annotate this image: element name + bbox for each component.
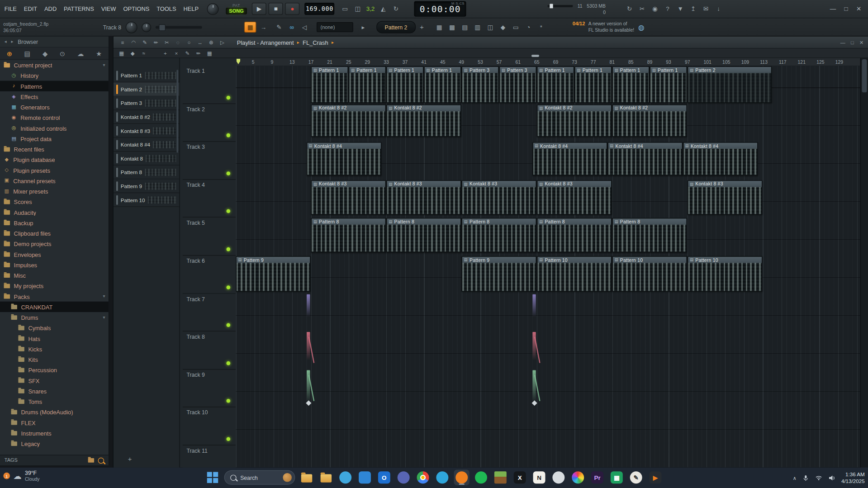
midi-activity-icon[interactable]: ◫ [352,4,363,14]
language-globe-icon[interactable]: ◍ [638,23,645,31]
add-pattern-button[interactable]: + [420,23,424,31]
browser-tab-cloud[interactable]: ☁ [77,49,84,57]
taskbar-minecraft[interactable] [493,470,508,485]
playlist-menu-icon[interactable]: ≡ [118,38,128,46]
taskbar-vscode[interactable] [357,470,372,485]
clip-audio[interactable] [532,332,541,364]
channel-rack-button[interactable]: ▤ [459,22,470,32]
vertical-scrollbar-thumb[interactable] [862,59,867,92]
render-icon[interactable]: ↥ [688,4,698,14]
taskbar-spotify[interactable] [473,470,489,485]
delete-icon[interactable]: ◌ [173,38,183,46]
picker-pattern-3[interactable]: Pattern 3 [114,96,180,110]
taskbar-clock[interactable]: 1:36 AM 4/13/2025 [841,471,865,484]
track-mute-led[interactable] [227,133,231,137]
playlist-close-button[interactable]: ✕ [859,39,863,45]
browser-item-packs[interactable]: Packs▾ [0,291,109,301]
clip-kontakt-8-3[interactable]: ▤Kontakt 8 #3 [386,180,461,215]
master-pitch-slider[interactable] [156,26,202,28]
browser-item-flex[interactable]: FLEX [0,417,109,427]
taskbar-color-wheel[interactable] [570,470,586,485]
browser-item-mixer-presets[interactable]: ▥Mixer presets [0,186,109,196]
tags-folder-icon[interactable] [88,458,94,463]
browser-item-instruments[interactable]: Instruments [0,428,109,438]
slip-icon[interactable]: ↔ [195,38,205,46]
taskbar-discord[interactable] [396,470,411,485]
taskbar-fl-studio[interactable] [454,470,470,485]
taskbar-media-app[interactable]: ▶ [648,470,663,485]
track-mute-led[interactable] [227,209,231,213]
wifi-icon[interactable] [815,474,822,481]
browser-toggle-button[interactable]: ◫ [485,22,496,32]
shift-slider[interactable] [548,5,573,7]
taskbar-search[interactable]: Search [224,470,295,485]
metronome-icon[interactable]: ◭ [378,4,389,14]
taskbar-outlook[interactable]: O [376,470,392,485]
menu-edit[interactable]: EDIT [24,5,37,12]
browser-item-history[interactable]: ◷History [0,70,109,81]
clip-pattern-8[interactable]: ▤Pattern 8 [462,218,536,252]
maximize-button[interactable]: □ [844,5,848,12]
mic-tray-icon[interactable] [802,474,809,482]
browser-back-icon[interactable]: ◂ [5,39,7,44]
track-header-11[interactable]: Track 11 [183,445,236,468]
playlist-button[interactable]: ▦ [434,22,445,32]
taskbar-github[interactable] [551,470,566,485]
browser-forward-icon[interactable]: ▸ [11,39,13,44]
playlist-grid[interactable]: ▤Pattern 1▤Pattern 1▤Pattern 1▤Pattern 1… [236,66,861,468]
picker-pattern-8[interactable]: Pattern 8 [114,166,180,180]
picker-pattern-9[interactable]: Pattern 9 [114,179,180,193]
browser-search-icon[interactable] [98,457,104,463]
track-header-8[interactable]: Track 8 [183,332,236,370]
track-header-10[interactable]: Track 10 [183,407,236,445]
browser-item-drums[interactable]: Drums▾ [0,312,109,322]
track-header-2[interactable]: Track 2 [183,104,236,142]
browser-item-envelopes[interactable]: Envelopes [0,249,109,260]
picker-add-button[interactable]: + [128,455,132,463]
tempo-display[interactable]: 169.000 [304,3,334,15]
playhead-marker[interactable] [237,59,241,64]
track-header-9[interactable]: Track 9 [183,370,236,407]
save-icon[interactable]: ▼ [675,4,686,14]
clip-kontakt-8-4[interactable]: ▤Kontakt 8 #4 [683,142,758,175]
picker-kontakt-8-4[interactable]: Kontakt 8 #4 [114,138,180,152]
clip-kontakt-8-4[interactable]: ▤Kontakt 8 #4 [306,142,381,175]
browser-item-drums-modeaudio[interactable]: Drums (ModeAudio) [0,407,109,417]
picker-pattern-10[interactable]: Pattern 10 [114,193,180,207]
picker-pattern-2[interactable]: Pattern 2 [114,82,180,96]
playback-icon[interactable]: ▷ [218,38,227,46]
clip-kontakt-8-2[interactable]: ▤Kontakt 8 #2 [311,104,386,137]
track-mute-led[interactable] [227,323,231,327]
clip-pattern-10[interactable]: ▤Pattern 10 [612,256,687,291]
browser-item-plugin-presets[interactable]: ◇Plugin presets [0,165,109,175]
browser-item-recent-files[interactable]: Recent files [0,144,109,154]
playlist-title[interactable]: Playlist - Arrangement [237,39,294,46]
browser-item-cymbals[interactable]: Cymbals [0,322,109,333]
zoom-icon[interactable]: ⊕ [206,38,216,46]
browser-tab-favorites[interactable]: ★ [96,49,102,57]
track-header-6[interactable]: Track 6 [183,256,236,294]
browser-item-remote-control[interactable]: ◉Remote control [0,112,109,123]
mute-icon[interactable]: ○ [185,38,194,46]
browser-item-hats[interactable]: Hats [0,333,109,343]
vertical-scrollbar[interactable] [860,58,868,467]
picker-scrollbar[interactable] [176,70,178,153]
clip-audio[interactable] [532,370,541,407]
clip-kontakt-8-3[interactable]: ▤Kontakt 8 #3 [311,180,386,215]
mixer-button[interactable]: ▥ [472,22,483,32]
browser-item-plugin-database[interactable]: ◆Plugin database [0,154,109,165]
clip-pattern-1[interactable]: ▤Pattern 1 [612,66,650,103]
clip-pattern-10[interactable]: ▤Pattern 10 [537,256,612,291]
clip-kontakt-8-4[interactable]: ▤Kontakt 8 #4 [532,142,607,175]
taskbar-premiere[interactable]: Pr [589,470,605,485]
midi-output-select[interactable]: (none) [317,22,353,32]
clip-pattern-1[interactable]: ▤Pattern 1 [574,66,612,103]
clip-pattern-1[interactable]: ▤Pattern 1 [424,66,461,103]
help-icon[interactable]: ? [662,4,673,14]
browser-item-kicks[interactable]: Kicks [0,344,109,354]
download-icon[interactable]: ↓ [713,4,724,14]
clip-pattern-8[interactable]: ▤Pattern 8 [311,218,386,252]
typing-keyboard-icon[interactable]: ▭ [339,4,350,14]
clip-audio[interactable] [306,294,310,319]
stop-button[interactable]: ■ [269,3,283,15]
